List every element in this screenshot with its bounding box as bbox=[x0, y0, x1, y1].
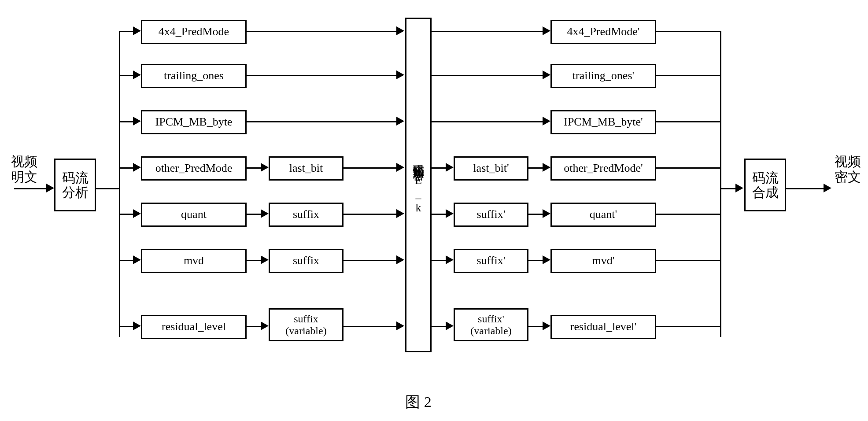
arrow bbox=[396, 321, 404, 330]
right-main-5: mvd' bbox=[550, 249, 656, 273]
right-main-2: IPCM_MB_byte' bbox=[550, 110, 656, 134]
arrow bbox=[543, 70, 550, 79]
stream-compose-box: 码流 合成 bbox=[744, 159, 786, 211]
arrow bbox=[543, 117, 550, 126]
stream-parse-box: 码流 分析 bbox=[54, 159, 96, 211]
left-sub-5: suffix bbox=[269, 249, 344, 273]
line bbox=[528, 214, 544, 215]
right-main-6: residual_level' bbox=[550, 315, 656, 339]
left-main-1: trailing_ones bbox=[141, 64, 247, 88]
right-sub-6: suffix' (variable) bbox=[454, 308, 528, 341]
right-main-4: quant' bbox=[550, 203, 656, 227]
line bbox=[96, 188, 120, 189]
arrow bbox=[133, 321, 141, 330]
cipher-block: 密码算法加密 E_k bbox=[405, 18, 432, 352]
left-main-6: residual_level bbox=[141, 315, 247, 339]
line bbox=[432, 31, 544, 32]
arrow bbox=[133, 255, 141, 264]
arrow bbox=[446, 163, 454, 172]
output-label: 视频 密文 bbox=[832, 154, 863, 185]
line bbox=[528, 326, 544, 327]
line bbox=[247, 167, 262, 169]
arrow bbox=[396, 117, 404, 126]
right-bus bbox=[720, 31, 721, 337]
arrow bbox=[261, 163, 269, 172]
left-main-0: 4x4_PredMode bbox=[141, 20, 247, 44]
left-main-4: quant bbox=[141, 203, 247, 227]
arrow bbox=[46, 184, 54, 192]
arrow bbox=[133, 26, 141, 35]
arrow bbox=[396, 209, 404, 218]
figure-caption: 图 2 bbox=[392, 392, 445, 412]
left-main-3: other_PredMode bbox=[141, 156, 247, 181]
arrow bbox=[133, 163, 141, 172]
left-main-5: mvd bbox=[141, 249, 247, 273]
line bbox=[432, 260, 447, 261]
right-main-3: other_PredMode' bbox=[550, 156, 656, 181]
line bbox=[656, 214, 721, 215]
left-sub-6: suffix (variable) bbox=[269, 308, 344, 341]
arrow bbox=[543, 255, 550, 264]
right-main-0: 4x4_PredMode' bbox=[550, 20, 656, 44]
arrow bbox=[735, 184, 743, 192]
arrow bbox=[543, 163, 550, 172]
input-label: 视频 明文 bbox=[9, 154, 40, 185]
line bbox=[656, 167, 721, 169]
line bbox=[656, 260, 721, 261]
line bbox=[344, 214, 399, 215]
line bbox=[528, 260, 544, 261]
line bbox=[786, 188, 826, 189]
arrow bbox=[543, 321, 550, 330]
left-sub-3: last_bit bbox=[269, 156, 344, 181]
arrow bbox=[446, 209, 454, 218]
left-main-2: IPCM_MB_byte bbox=[141, 110, 247, 134]
line bbox=[247, 31, 399, 32]
arrow bbox=[396, 70, 404, 79]
line bbox=[247, 121, 399, 122]
line bbox=[656, 75, 721, 76]
left-sub-4: suffix bbox=[269, 203, 344, 227]
right-sub-3: last_bit' bbox=[454, 156, 528, 181]
line bbox=[247, 326, 262, 327]
line bbox=[247, 214, 262, 215]
line bbox=[432, 214, 447, 215]
arrow bbox=[261, 321, 269, 330]
line bbox=[344, 167, 399, 169]
diagram-canvas: 视频 明文 码流 分析 密码算法加密 E_k 码流 合成 视频 密文 4x4_P… bbox=[9, 9, 868, 421]
line bbox=[720, 188, 738, 189]
line bbox=[14, 188, 48, 189]
arrow bbox=[133, 70, 141, 79]
line bbox=[528, 167, 544, 169]
arrow bbox=[133, 117, 141, 126]
line bbox=[656, 121, 721, 122]
arrow bbox=[446, 321, 454, 330]
left-bus bbox=[119, 31, 120, 337]
arrow bbox=[396, 255, 404, 264]
arrow bbox=[396, 26, 404, 35]
line bbox=[432, 326, 447, 327]
line bbox=[432, 167, 447, 169]
line bbox=[432, 121, 544, 122]
right-sub-4: suffix' bbox=[454, 203, 528, 227]
arrow bbox=[446, 255, 454, 264]
line bbox=[656, 31, 721, 32]
arrow bbox=[261, 209, 269, 218]
arrow bbox=[261, 255, 269, 264]
line bbox=[344, 260, 399, 261]
line bbox=[432, 75, 544, 76]
arrow bbox=[396, 163, 404, 172]
arrow bbox=[824, 184, 831, 192]
right-sub-5: suffix' bbox=[454, 249, 528, 273]
arrow bbox=[543, 209, 550, 218]
line bbox=[656, 326, 721, 327]
arrow bbox=[543, 26, 550, 35]
line bbox=[247, 260, 262, 261]
arrow bbox=[133, 209, 141, 218]
right-main-1: trailing_ones' bbox=[550, 64, 656, 88]
line bbox=[344, 326, 399, 327]
line bbox=[247, 75, 399, 76]
